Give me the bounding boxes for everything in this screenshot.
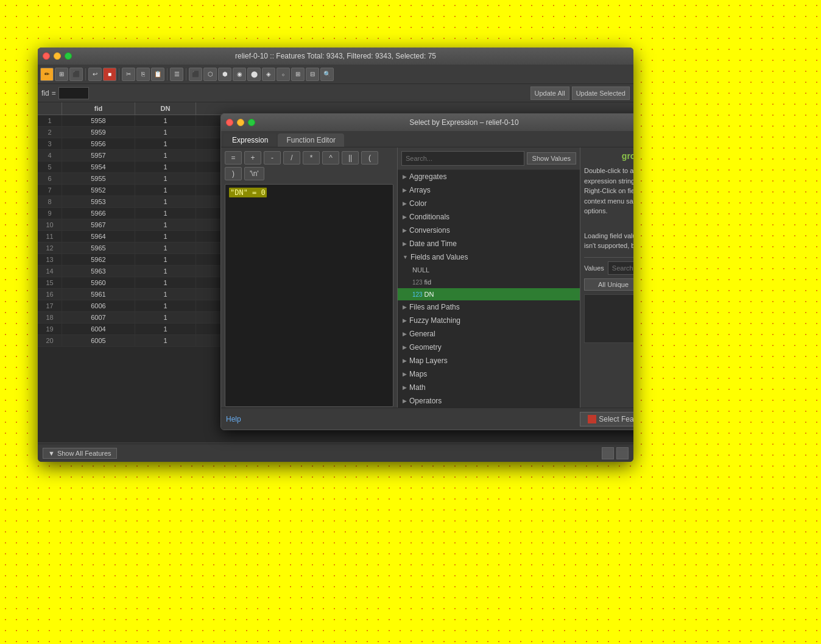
row-number: 9 [38, 208, 62, 219]
grid-btn[interactable]: ⊞ [291, 68, 305, 81]
func-group-header[interactable]: ▶ Fuzzy Matching [398, 314, 580, 327]
row-number: 17 [38, 300, 62, 311]
update-selected-button[interactable]: Update Selected [572, 87, 630, 100]
cell-fid: 5953 [62, 196, 135, 207]
expression-editor[interactable]: "DN" = 0 [225, 184, 393, 407]
close-traffic-light[interactable] [43, 52, 50, 60]
func-group-item[interactable]: ▶ Conversions [398, 224, 580, 237]
collapse-arrow-icon: ▶ [403, 200, 407, 207]
maximize-traffic-light[interactable] [65, 52, 72, 60]
expr-btn[interactable]: ⬢ [218, 68, 231, 81]
func-group-header[interactable]: ▶ Conditionals [398, 210, 580, 224]
status-icon-2[interactable] [616, 447, 629, 459]
expr-min-light[interactable] [237, 119, 244, 126]
cut-btn[interactable]: ✂ [122, 68, 135, 81]
op-open-paren[interactable]: ( [361, 151, 378, 165]
table-btn[interactable]: ⊞ [55, 68, 68, 81]
op-equals[interactable]: = [225, 151, 242, 165]
func-group-item[interactable]: ▶ Maps [398, 367, 580, 381]
func-group-header[interactable]: ▼ Fields and Values [398, 250, 580, 264]
filter-btn[interactable]: ⬡ [203, 68, 217, 81]
func-group-item[interactable]: ▶ Fuzzy Matching [398, 314, 580, 327]
op-newline[interactable]: '\n' [244, 167, 264, 180]
values-search-input[interactable] [608, 261, 633, 275]
main-title-bar: relief-0-10 :: Features Total: 9343, Fil… [38, 48, 633, 65]
func-group-item[interactable]: ▶ Date and Time [398, 237, 580, 250]
copy-btn[interactable]: ⎘ [136, 68, 150, 81]
op-close-paren[interactable]: ) [225, 167, 242, 180]
help-panel: group field Double-click to add field na… [580, 147, 633, 422]
func-group-header[interactable]: ▶ Files and Paths [398, 300, 580, 314]
paste-btn[interactable]: 📋 [151, 68, 164, 81]
update-all-button[interactable]: Update All [530, 87, 569, 100]
expr-close-light[interactable] [226, 119, 233, 126]
del-btn[interactable]: ⊟ [306, 68, 319, 81]
func-group-item[interactable]: ▶ Conditionals [398, 210, 580, 224]
op-plus[interactable]: + [244, 151, 261, 165]
open-btn[interactable]: ⬛ [69, 68, 83, 81]
func-group-item[interactable]: ▶ Math [398, 381, 580, 394]
list-btn[interactable]: ☰ [170, 68, 183, 81]
undo-btn[interactable]: ↩ [88, 68, 102, 81]
select-btn[interactable]: ⬛ [189, 68, 202, 81]
func-group-header[interactable]: ▶ Geometry [398, 341, 580, 354]
func-group-item[interactable]: ▶ Map Layers [398, 354, 580, 367]
help-link[interactable]: Help [226, 415, 241, 423]
sel2-btn[interactable]: ◈ [262, 68, 275, 81]
function-list-panel: Show Values ▶ Aggregates▶ Arrays▶ Color▶… [398, 147, 580, 422]
func-group-item[interactable]: ▶ Geometry [398, 341, 580, 354]
tab-expression[interactable]: Expression [224, 133, 277, 147]
cell-fid: 5961 [62, 289, 135, 300]
save-btn[interactable]: ■ [103, 68, 116, 81]
collapse-arrow-icon: ▶ [403, 187, 407, 193]
cell-fid: 5960 [62, 277, 135, 288]
op-caret[interactable]: ^ [322, 151, 339, 165]
expr-max-light[interactable] [248, 119, 255, 126]
func-group-item[interactable]: ▶ Files and Paths [398, 300, 580, 314]
func-group-item[interactable]: ▼ Fields and ValuesNULL123 fid123 DN [398, 250, 580, 300]
func-group-header[interactable]: ▶ Operators [398, 394, 580, 408]
select-features-button[interactable]: Select Features ▾ [580, 412, 633, 426]
func-group-header[interactable]: ▶ Aggregates [398, 170, 580, 183]
op-concat[interactable]: || [342, 151, 359, 165]
values-header: Values [584, 261, 633, 275]
func-group-header[interactable]: ▶ Map Layers [398, 354, 580, 367]
func-group-header[interactable]: ▶ Date and Time [398, 237, 580, 250]
func-list-item[interactable]: NULL [398, 264, 580, 276]
tab-function-editor[interactable]: Function Editor [278, 133, 344, 147]
zoom-btn[interactable]: ⬤ [247, 68, 261, 81]
cell-dn: 1 [135, 254, 196, 265]
status-icon-1[interactable] [602, 447, 614, 459]
show-values-button[interactable]: Show Values [527, 152, 576, 165]
minimize-traffic-light[interactable] [54, 52, 61, 60]
op-multiply[interactable]: * [303, 151, 320, 165]
func-group-header[interactable]: ▶ General [398, 327, 580, 341]
filter-value-input[interactable] [58, 87, 89, 99]
func-group-header[interactable]: ▶ Math [398, 381, 580, 394]
all-unique-button[interactable]: All Unique [584, 278, 633, 291]
function-search-input[interactable] [401, 151, 524, 166]
func-group-header[interactable]: ▶ Maps [398, 367, 580, 381]
pencil-tool-btn[interactable]: ✏ [40, 68, 54, 81]
func-group-item[interactable]: ▶ Aggregates [398, 170, 580, 183]
func-group-item[interactable]: ▶ Color [398, 197, 580, 210]
func-group-item[interactable]: ▶ Operators [398, 394, 580, 408]
search-btn[interactable]: 🔍 [320, 68, 334, 81]
sel3-btn[interactable]: ⬦ [277, 68, 290, 81]
func-group-item[interactable]: ▶ Arrays [398, 183, 580, 197]
func-group-header[interactable]: ▶ Color [398, 197, 580, 210]
op-divide[interactable]: / [283, 151, 300, 165]
func-list-item[interactable]: 123 DN [398, 288, 580, 300]
pan-btn[interactable]: ◉ [233, 68, 246, 81]
op-minus[interactable]: - [264, 151, 281, 165]
func-group-header[interactable]: ▶ Conversions [398, 224, 580, 237]
func-group-header[interactable]: ▶ Arrays [398, 183, 580, 197]
show-all-features-button[interactable]: ▼ Show All Features [43, 448, 117, 459]
func-group-item[interactable]: ▶ General [398, 327, 580, 341]
cell-dn: 1 [135, 161, 196, 172]
func-list-item[interactable]: 123 fid [398, 276, 580, 288]
values-section: Values All Unique 10 Samples [584, 257, 633, 343]
row-number: 10 [38, 219, 62, 230]
col-header-dn[interactable]: DN [135, 102, 196, 115]
col-header-fid[interactable]: fid [62, 102, 135, 115]
